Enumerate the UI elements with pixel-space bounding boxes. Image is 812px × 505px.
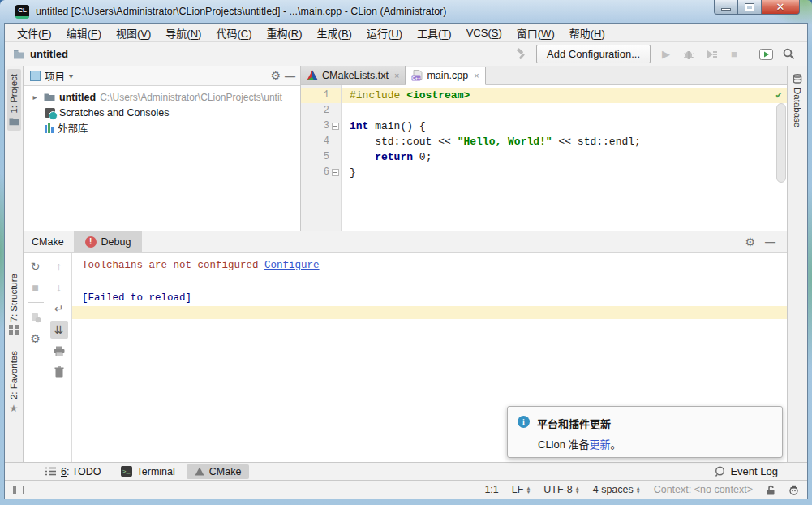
close-tab-icon[interactable]: × xyxy=(474,71,479,80)
project-panel: 项目 ▾ ⚙ — ▸ untitl xyxy=(24,66,301,231)
clion-window: CL untitled [C:\Users\Administrator\CLio… xyxy=(0,0,812,505)
sidebar-tab-project[interactable]: 1: Project xyxy=(7,69,21,131)
bottom-toolwindow-bar: 6: TODO >_ Terminal CMake Event Log xyxy=(5,462,807,480)
menu-vcs[interactable]: VCS(S) xyxy=(459,25,509,41)
line-number: 4 xyxy=(301,134,341,149)
toolbar-project-name[interactable]: untitled xyxy=(30,48,68,60)
menu-build[interactable]: 生成(B) xyxy=(310,24,359,42)
hide-cmake-panel-icon[interactable]: — xyxy=(765,235,775,248)
editor-scrollbar[interactable] xyxy=(776,103,786,183)
editor-tabs: CMakeLists.txt × C++ main.cpp × xyxy=(301,66,787,85)
menu-view[interactable]: 视图(V) xyxy=(109,24,158,42)
indent-selector[interactable]: 4 spaces▲▼ xyxy=(593,484,641,495)
toolchain-error-line: Toolchains are not configured Configure xyxy=(72,257,787,274)
cmake-toolbar: ↻ ■ ⚙ ↑ ↓ ↵ xyxy=(24,252,72,462)
menu-navigate[interactable]: 导航(N) xyxy=(158,24,208,42)
cmake-toolwindow-button[interactable]: CMake xyxy=(187,464,250,479)
encoding-selector[interactable]: UTF-8▲▼ xyxy=(543,484,579,495)
tree-item-untitled[interactable]: ▸ untitled C:\Users\Administrator\CLionP… xyxy=(24,89,300,105)
toolwindow-toggle-icon[interactable] xyxy=(13,486,24,494)
close-tab-icon[interactable]: × xyxy=(394,71,399,80)
stop-icon[interactable]: ■ xyxy=(727,47,741,62)
fold-marker-icon[interactable] xyxy=(332,123,339,130)
chevron-down-icon[interactable]: ▾ xyxy=(69,71,73,80)
run-icon[interactable]: ▶ xyxy=(659,47,673,62)
menu-tools[interactable]: 工具(T) xyxy=(410,24,459,42)
trash-icon[interactable] xyxy=(50,363,68,381)
print-icon[interactable] xyxy=(50,342,68,360)
maximize-button[interactable] xyxy=(738,0,762,15)
menu-code[interactable]: 代码(C) xyxy=(208,24,259,42)
project-panel-header: 项目 ▾ ⚙ — xyxy=(24,66,300,86)
menu-edit[interactable]: 编辑(E) xyxy=(59,24,109,42)
search-everywhere-icon[interactable] xyxy=(781,47,796,62)
terminal-toolwindow-button[interactable]: >_ Terminal xyxy=(113,464,183,479)
minimize-button[interactable] xyxy=(714,0,738,15)
code-area[interactable]: #include <iostream> int main() { std::co… xyxy=(342,85,787,231)
close-button[interactable]: ✕ xyxy=(762,0,800,15)
build-hammer-icon[interactable] xyxy=(513,47,528,62)
tree-item-scratches[interactable]: Scratches and Consoles xyxy=(24,105,300,120)
tab-cmakelists[interactable]: CMakeLists.txt × xyxy=(301,66,406,84)
unlock-icon[interactable] xyxy=(766,485,775,495)
notification-title: 平台和插件更新 xyxy=(537,416,611,431)
run-anything-icon[interactable] xyxy=(758,47,773,62)
context-indicator[interactable]: Context: <no context> xyxy=(654,484,753,495)
code-line-3: int main() { xyxy=(342,119,787,134)
project-settings-gear-icon[interactable]: ⚙ xyxy=(270,69,281,82)
line-number: 6 xyxy=(301,165,341,180)
code-line-4: std::cout << "Hello, World!" << std::end… xyxy=(342,134,787,149)
editor-area: CMakeLists.txt × C++ main.cpp × xyxy=(301,66,787,231)
caret-position[interactable]: 1:1 xyxy=(484,484,498,495)
debug-tab-label: Debug xyxy=(101,236,131,248)
menu-run[interactable]: 运行(U) xyxy=(359,24,410,42)
menu-window[interactable]: 窗口(W) xyxy=(509,24,562,42)
cmake-settings-gear-icon[interactable]: ⚙ xyxy=(745,235,755,248)
star-icon: ★ xyxy=(10,403,19,414)
event-log-label[interactable]: Event Log xyxy=(730,465,778,477)
line-separator-selector[interactable]: LF▲▼ xyxy=(512,484,531,495)
update-link[interactable]: 更新 xyxy=(590,438,611,451)
tree-item-label: 外部库 xyxy=(58,120,88,136)
clear-settings-icon[interactable] xyxy=(27,309,45,326)
down-icon[interactable]: ↓ xyxy=(50,278,68,296)
profiler-icon[interactable] xyxy=(704,47,719,62)
stop-icon[interactable]: ■ xyxy=(27,278,45,296)
gear-icon[interactable]: ⚙ xyxy=(27,330,45,347)
update-notification[interactable]: i 平台和插件更新 CLion 准备更新。 xyxy=(507,406,783,458)
configure-link[interactable]: Configure xyxy=(264,260,320,271)
debug-icon[interactable] xyxy=(681,47,696,62)
clion-logo-icon: CL xyxy=(15,5,29,19)
debug-tab[interactable]: ! Debug xyxy=(74,231,143,252)
hector-inspections-icon[interactable] xyxy=(788,485,799,495)
hide-panel-icon[interactable]: — xyxy=(285,70,295,82)
error-icon: ! xyxy=(85,236,97,248)
tab-main-cpp[interactable]: C++ main.cpp × xyxy=(406,67,485,85)
project-tree: ▸ untitled C:\Users\Administrator\CLionP… xyxy=(24,86,300,136)
menu-help[interactable]: 帮助(H) xyxy=(562,24,612,42)
editor-gutter: 1 2 3 4 5 6 xyxy=(301,85,342,231)
reload-cmake-icon[interactable]: ↻ xyxy=(27,257,45,275)
fold-marker-icon[interactable] xyxy=(332,169,339,176)
cmake-title: CMake xyxy=(24,231,74,252)
sidebar-tab-favorites[interactable]: 2: Favorites ★ xyxy=(7,346,20,419)
soft-wrap-icon[interactable]: ↵ xyxy=(50,300,68,317)
menu-refactor[interactable]: 重构(R) xyxy=(260,24,310,42)
expand-chevron-icon[interactable]: ▸ xyxy=(30,93,40,101)
database-tab-label: Database xyxy=(793,88,802,127)
code-line-6: } xyxy=(342,165,787,180)
scroll-to-end-icon[interactable]: ⇊ xyxy=(50,321,68,339)
terminal-icon: >_ xyxy=(121,466,132,477)
tree-item-path: C:\Users\Administrator\CLionProjects\unt… xyxy=(100,92,282,103)
todo-toolwindow-button[interactable]: 6: TODO xyxy=(37,464,110,479)
sidebar-tab-structure[interactable]: 7: Structure xyxy=(7,269,20,339)
up-icon[interactable]: ↑ xyxy=(50,257,68,275)
sidebar-tab-database[interactable]: Database xyxy=(791,69,804,132)
title-bar[interactable]: CL untitled [C:\Users\Administrator\CLio… xyxy=(4,0,808,23)
notification-body: CLion 准备更新。 xyxy=(538,436,772,451)
add-configuration-button[interactable]: Add Configuration... xyxy=(536,45,651,63)
menu-file[interactable]: 文件(F) xyxy=(10,24,59,42)
maximize-icon xyxy=(745,4,754,11)
tree-item-external-libs[interactable]: 外部库 xyxy=(24,120,300,136)
scratches-icon xyxy=(45,108,55,118)
